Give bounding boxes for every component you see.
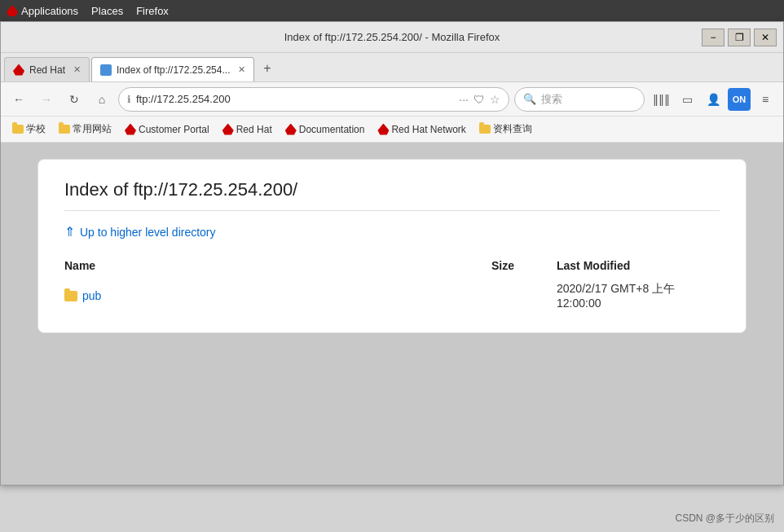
- tab-bar: Red Hat ✕ Index of ftp://172.25.254... ✕…: [1, 53, 783, 82]
- redhat-os-icon: [7, 5, 18, 16]
- bookmark-redhat-icon: [222, 124, 234, 135]
- window-title: Index of ftp://172.25.254.200/ - Mozilla…: [284, 31, 500, 43]
- ftp-up-link-label: Up to higher level directory: [80, 226, 216, 239]
- profile-badge[interactable]: ON: [728, 88, 751, 111]
- ftp-card: Index of ftp://172.25.254.200/ ⇑ Up to h…: [37, 159, 747, 333]
- ftp-entry-date: 2020/2/17 GMT+8 上午12:00:00: [557, 279, 720, 313]
- address-actions: ··· 🛡 ☆: [459, 93, 500, 106]
- sync-button[interactable]: 👤: [702, 88, 725, 111]
- bookmark-school-label: 学校: [26, 122, 46, 136]
- tab-redhat-label: Red Hat: [29, 64, 65, 76]
- reload-button[interactable]: ↻: [63, 88, 86, 111]
- tab-ftp-close[interactable]: ✕: [238, 64, 245, 75]
- ftp-entry-name-text: pub: [82, 289, 101, 302]
- col-size-header: Size: [491, 256, 557, 279]
- page-content: Index of ftp://172.25.254.200/ ⇑ Up to h…: [1, 143, 783, 485]
- nav-right-icons: ‖‖‖ ▭ 👤 ON ≡: [650, 88, 777, 111]
- tab-ftp[interactable]: Index of ftp://172.25.254... ✕: [91, 57, 254, 81]
- title-bar: Index of ftp://172.25.254.200/ - Mozilla…: [1, 22, 783, 53]
- col-date-header: Last Modified: [557, 256, 720, 279]
- search-placeholder: 搜索: [541, 92, 562, 107]
- ftp-entry-link[interactable]: pub: [64, 289, 485, 302]
- tab-redhat-favicon: [13, 64, 24, 76]
- address-shield-icon[interactable]: 🛡: [473, 93, 485, 106]
- browser-window: Index of ftp://172.25.254.200/ - Mozilla…: [0, 21, 784, 486]
- back-button[interactable]: ←: [7, 88, 30, 111]
- new-tab-button[interactable]: +: [256, 57, 279, 80]
- ftp-divider: [64, 210, 720, 211]
- bookmark-common-label: 常用网站: [73, 122, 112, 136]
- restore-button[interactable]: ❐: [728, 29, 751, 46]
- address-info-icon: ℹ: [127, 94, 131, 105]
- tab-ftp-label: Index of ftp://172.25.254...: [117, 64, 230, 76]
- menu-button[interactable]: ≡: [754, 88, 777, 111]
- search-bar[interactable]: 🔍 搜索: [514, 87, 645, 112]
- bookmark-redhat[interactable]: Red Hat: [218, 122, 277, 137]
- bookmark-redhat-network-label: Red Hat Network: [391, 124, 465, 135]
- forward-button[interactable]: →: [35, 88, 58, 111]
- bookmark-documentation[interactable]: Documentation: [280, 122, 370, 137]
- bookmarks-bar: 学校 常用网站 Customer Portal Red Hat Document…: [1, 117, 783, 143]
- bookmark-school-icon: [12, 125, 24, 134]
- ftp-up-link[interactable]: ⇑ Up to higher level directory: [64, 224, 720, 240]
- bookmark-redhat-network[interactable]: Red Hat Network: [372, 122, 470, 137]
- address-ellipsis[interactable]: ···: [459, 93, 469, 106]
- ftp-table: Name Size Last Modified pub2020/2/17 GMT…: [64, 256, 720, 313]
- tab-redhat[interactable]: Red Hat ✕: [4, 57, 90, 81]
- os-places-label: Places: [91, 5, 123, 17]
- os-applications-menu[interactable]: Applications: [7, 5, 78, 17]
- address-text: ftp://172.25.254.200: [136, 93, 454, 105]
- os-topbar: Applications Places Firefox: [0, 0, 784, 21]
- tab-redhat-close[interactable]: ✕: [73, 64, 81, 75]
- ftp-entry-size: [491, 279, 557, 313]
- address-bar[interactable]: ℹ ftp://172.25.254.200 ··· 🛡 ☆: [118, 87, 509, 112]
- folder-icon: [64, 291, 77, 301]
- os-applications-label: Applications: [21, 5, 78, 17]
- col-name-header: Name: [64, 256, 491, 279]
- library-button[interactable]: ‖‖‖: [650, 88, 672, 111]
- bookmark-common[interactable]: 常用网站: [54, 121, 117, 138]
- os-places-menu[interactable]: Places: [91, 5, 123, 17]
- bookmark-resources-label: 资料查询: [493, 122, 532, 136]
- close-button[interactable]: ✕: [754, 29, 777, 46]
- window-controls: − ❐ ✕: [702, 29, 777, 46]
- bookmark-documentation-icon: [285, 124, 297, 135]
- address-star-icon[interactable]: ☆: [490, 93, 500, 106]
- bookmark-customer-portal-icon: [125, 124, 136, 135]
- bookmark-school[interactable]: 学校: [7, 121, 51, 138]
- minimize-button[interactable]: −: [702, 29, 725, 46]
- bookmark-common-icon: [59, 125, 70, 134]
- bookmark-documentation-label: Documentation: [299, 124, 365, 135]
- os-firefox-menu[interactable]: Firefox: [136, 5, 169, 17]
- sidebar-toggle-button[interactable]: ▭: [676, 88, 698, 111]
- bookmark-customer-portal[interactable]: Customer Portal: [120, 122, 214, 137]
- ftp-table-row: pub2020/2/17 GMT+8 上午12:00:00: [64, 279, 720, 313]
- ftp-entry-name: pub: [64, 279, 491, 313]
- ftp-title: Index of ftp://172.25.254.200/: [64, 179, 720, 200]
- ftp-up-icon: ⇑: [64, 224, 75, 240]
- bookmark-resources[interactable]: 资料查询: [474, 121, 537, 138]
- bookmark-resources-icon: [479, 125, 491, 134]
- nav-bar: ← → ↻ ⌂ ℹ ftp://172.25.254.200 ··· 🛡 ☆ 🔍…: [1, 82, 783, 117]
- home-button[interactable]: ⌂: [90, 88, 113, 111]
- bookmark-redhat-label: Red Hat: [236, 124, 272, 135]
- tab-ftp-favicon: [100, 64, 112, 76]
- bookmark-customer-portal-label: Customer Portal: [139, 124, 209, 135]
- os-firefox-label: Firefox: [136, 5, 169, 17]
- search-icon: 🔍: [523, 93, 536, 105]
- bookmark-redhat-network-icon: [377, 124, 389, 135]
- watermark: CSDN @多于少的区别: [675, 512, 774, 525]
